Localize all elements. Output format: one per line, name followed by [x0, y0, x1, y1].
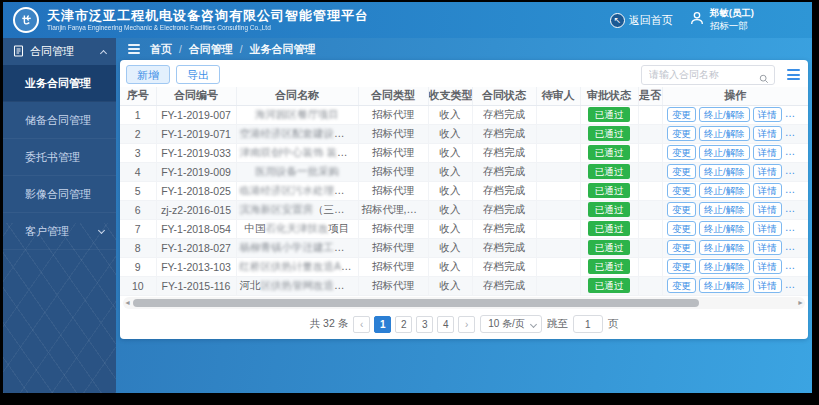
page-size-select[interactable]: 10 条/页 [480, 315, 542, 333]
contract-status: 存档完成 [472, 238, 536, 257]
contract-name-redacted: 海河园区餐厅项目 [255, 108, 339, 120]
column-header: 收支类型 [428, 87, 472, 105]
contract-status: 存档完成 [472, 219, 536, 238]
action-change-button[interactable]: 变更 [667, 164, 696, 180]
page-button-1[interactable]: 1 [374, 316, 391, 333]
horizontal-scrollbar[interactable]: ◄ ► [123, 297, 805, 309]
collapse-sidebar-button[interactable] [128, 44, 140, 54]
action-detail-button[interactable]: 详情 [753, 202, 782, 218]
sidebar-item-power-of-attorney-mgmt[interactable]: 委托书管理 [3, 139, 116, 176]
breadcrumb-item[interactable]: 业务合同管理 [250, 42, 316, 57]
action-terminate-button[interactable]: 终止/解除 [699, 164, 750, 180]
jump-page-input[interactable] [573, 315, 603, 333]
action-terminate-button[interactable]: 终止/解除 [699, 145, 750, 161]
action-detail-button[interactable]: 详情 [753, 107, 782, 123]
action-terminate-button[interactable]: 终止/解除 [699, 278, 750, 294]
page-button-4[interactable]: 4 [437, 316, 454, 333]
sidebar-submenu: 业务合同管理储备合同管理委托书管理影像合同管理 [3, 65, 116, 213]
row-seq: 7 [120, 219, 156, 238]
table-row: 5FY-1-2018-025临港经济区污水处理有限公司招标代理服务招标代理收入存… [120, 181, 808, 200]
sidebar-menu-customers[interactable]: 客户管理 [3, 213, 116, 250]
income-type: 收入 [428, 105, 472, 124]
approval-status-cell: 已通过 [580, 143, 638, 162]
table-row: 1FY-1-2019-007海河园区餐厅项目招标代理收入存档完成已通过变更终止/… [120, 105, 808, 124]
row-seq: 8 [120, 238, 156, 257]
contract-name: 空港经济区配套建设项目 [236, 124, 358, 143]
pending-reviewer [536, 105, 580, 124]
app-title: 天津市泛亚工程机电设备咨询有限公司智能管理平台 [47, 9, 369, 24]
scroll-right-arrow-icon[interactable]: ► [796, 297, 805, 309]
action-detail-button[interactable]: 详情 [753, 126, 782, 142]
action-detail-button[interactable]: 详情 [753, 145, 782, 161]
table-row: 7FY-1-2018-054中国石化天津技改项目招标代理收入存档完成已通过变更终… [120, 219, 808, 238]
user-menu[interactable]: 郑敏(员工) 招标一部 [689, 7, 754, 33]
scrollbar-thumb[interactable] [133, 299, 699, 307]
contract-type: 招标代理 [358, 143, 428, 162]
pending-reviewer [536, 276, 580, 295]
approval-status-cell: 已通过 [580, 181, 638, 200]
contract-no: FY-1-2019-071 [156, 124, 236, 143]
action-change-button[interactable]: 变更 [667, 259, 696, 275]
contract-no: FY-1-2019-009 [156, 162, 236, 181]
action-detail-button[interactable]: 详情 [753, 221, 782, 237]
flag-cell [638, 276, 662, 295]
action-terminate-button[interactable]: 终止/解除 [699, 107, 750, 123]
row-seq: 5 [120, 181, 156, 200]
action-terminate-button[interactable]: 终止/解除 [699, 259, 750, 275]
main-area: 首页/合同管理/业务合同管理 新增 导出 [116, 38, 812, 393]
app-window: 天津市泛亚工程机电设备咨询有限公司智能管理平台 Tianjin Fanya En… [3, 2, 812, 393]
action-change-button[interactable]: 变更 [667, 183, 696, 199]
action-change-button[interactable]: 变更 [667, 126, 696, 142]
add-button[interactable]: 新增 [126, 65, 170, 84]
sidebar-item-image-contract-mgmt[interactable]: 影像合同管理 [3, 176, 116, 213]
action-terminate-button[interactable]: 终止/解除 [699, 126, 750, 142]
search-input[interactable] [642, 69, 774, 80]
search-box [641, 65, 775, 85]
action-terminate-button[interactable]: 终止/解除 [699, 183, 750, 199]
action-detail-button[interactable]: 详情 [753, 278, 782, 294]
action-terminate-button[interactable]: 终止/解除 [699, 240, 750, 256]
action-change-button[interactable]: 变更 [667, 221, 696, 237]
approval-status-badge: 已通过 [588, 107, 631, 121]
pagination-total: 共 32 条 [310, 317, 349, 331]
row-seq: 6 [120, 200, 156, 219]
column-header: 合同名称 [236, 87, 358, 105]
action-change-button[interactable]: 变更 [667, 107, 696, 123]
back-home-button[interactable]: ↖ 返回首页 [610, 13, 673, 28]
action-change-button[interactable]: 变更 [667, 240, 696, 256]
breadcrumb-item[interactable]: 合同管理 [189, 42, 233, 57]
action-detail-button[interactable]: 详情 [753, 183, 782, 199]
action-detail-button[interactable]: 详情 [753, 240, 782, 256]
scroll-left-arrow-icon[interactable]: ◄ [123, 297, 132, 309]
search-icon[interactable] [759, 70, 769, 88]
next-page-button[interactable]: › [458, 316, 475, 333]
approval-status-badge: 已通过 [588, 183, 631, 197]
breadcrumb: 首页/合同管理/业务合同管理 [150, 42, 316, 57]
sidebar-item-reserve-contract-mgmt[interactable]: 储备合同管理 [3, 102, 116, 139]
prev-page-button[interactable]: ‹ [353, 316, 370, 333]
contract-name-redacted: 滨海新区安置房 [240, 203, 314, 215]
sidebar-item-business-contract-mgmt[interactable]: 业务合同管理 [3, 65, 116, 102]
column-settings-icon[interactable] [785, 67, 802, 82]
action-detail-button[interactable]: 详情 [753, 259, 782, 275]
action-change-button[interactable]: 变更 [667, 145, 696, 161]
page-button-3[interactable]: 3 [416, 316, 433, 333]
contract-status: 存档完成 [472, 162, 536, 181]
sidebar-menu-contracts[interactable]: 合同管理 [3, 38, 116, 65]
flag-cell [638, 143, 662, 162]
page-button-2[interactable]: 2 [395, 316, 412, 333]
action-change-button[interactable]: 变更 [667, 202, 696, 218]
action-terminate-button[interactable]: 终止/解除 [699, 202, 750, 218]
action-detail-button[interactable]: 详情 [753, 164, 782, 180]
user-avatar-icon [689, 10, 705, 30]
export-button[interactable]: 导出 [176, 65, 220, 84]
flag-cell [638, 124, 662, 143]
contract-type: 招标代理 [358, 238, 428, 257]
contract-name-clear: 项目 [329, 222, 350, 234]
action-change-button[interactable]: 变更 [667, 278, 696, 294]
breadcrumb-separator: / [240, 44, 243, 55]
top-header: 天津市泛亚工程机电设备咨询有限公司智能管理平台 Tianjin Fanya En… [3, 2, 812, 38]
action-terminate-button[interactable]: 终止/解除 [699, 221, 750, 237]
content-card: 新增 导出 [120, 60, 808, 339]
breadcrumb-item[interactable]: 首页 [150, 42, 172, 57]
